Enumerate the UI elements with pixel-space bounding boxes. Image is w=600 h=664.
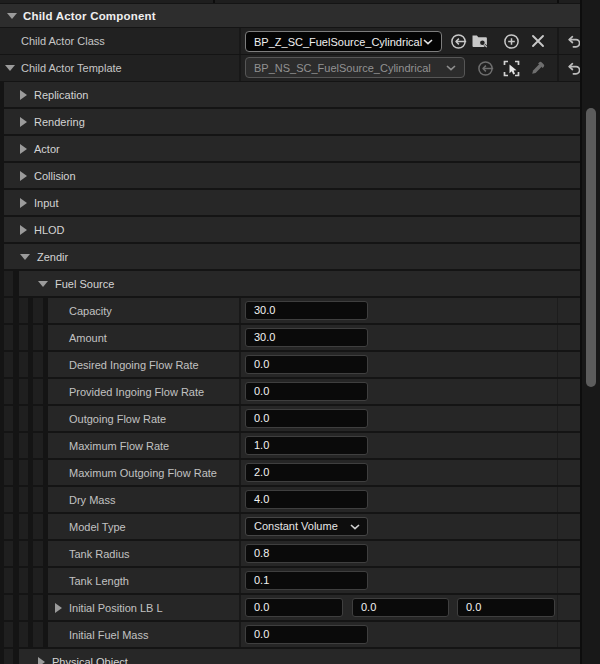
property-label: Dry Mass — [69, 494, 115, 506]
field-value: 0.8 — [246, 545, 367, 562]
initial-fuel-mass-input[interactable]: 0.0 — [245, 625, 368, 644]
property-row-body: Maximum Flow Rate1.0 — [48, 433, 580, 458]
property-label: Initial Position LB L — [69, 602, 163, 614]
category-row-input[interactable]: Input — [4, 190, 580, 215]
category-label: HLOD — [34, 224, 65, 236]
property-label: Amount — [69, 332, 107, 344]
indent-cell — [4, 541, 13, 566]
tank-radius-input[interactable]: 0.8 — [245, 544, 368, 563]
model-type-dropdown[interactable]: Constant Volume — [245, 517, 368, 536]
divider — [557, 55, 559, 81]
dropdown-value: BP_NS_SC_FuelSource_Cylindrical — [254, 62, 431, 74]
category-row-physical-object[interactable]: Physical Object — [19, 649, 580, 664]
category-row-zendir[interactable]: Zendir — [4, 244, 580, 269]
maximum-flow-rate-input[interactable]: 1.0 — [245, 436, 368, 455]
provided-ingoing-flow-rate-input[interactable]: 0.0 — [245, 382, 368, 401]
child-actor-template-dropdown[interactable]: BP_NS_SC_FuelSource_Cylindrical — [245, 57, 465, 78]
initial-position-lb-l-x-input[interactable]: 0.0 — [245, 598, 343, 617]
collapse-arrow-icon — [7, 13, 17, 19]
use-selected-asset-icon[interactable] — [476, 59, 494, 77]
indent-cell — [4, 433, 13, 458]
eyedropper-icon[interactable] — [529, 59, 547, 77]
indent-cell — [4, 487, 13, 512]
divider — [557, 487, 558, 512]
property-label: Maximum Flow Rate — [69, 440, 169, 452]
field-value: 0.0 — [246, 599, 342, 616]
property-row-body: Provided Ingoing Flow Rate0.0 — [48, 379, 580, 404]
divider — [557, 460, 558, 485]
property-row-body: Dry Mass4.0 — [48, 487, 580, 512]
indent-cell — [19, 325, 28, 350]
maximum-outgoing-flow-rate-input[interactable]: 2.0 — [245, 463, 368, 482]
category-label: Input — [34, 197, 58, 209]
chevron-down-icon — [446, 65, 456, 71]
divider — [557, 325, 558, 350]
category-label: Zendir — [37, 251, 68, 263]
property-row-body: Amount30.0 — [48, 325, 580, 350]
initial-position-lb-l-y-input[interactable]: 0.0 — [352, 598, 449, 617]
field-value: 1.0 — [246, 437, 367, 454]
clear-icon[interactable] — [529, 32, 547, 50]
indent-cell — [33, 379, 43, 404]
property-row-tank-length: Tank Length0.1 — [0, 568, 600, 593]
indent-cell — [33, 460, 43, 485]
indent-cell — [4, 379, 13, 404]
category-row-collision[interactable]: Collision — [4, 163, 580, 188]
indent-cell — [19, 379, 28, 404]
category-row-rendering[interactable]: Rendering — [4, 109, 580, 134]
indent-cell — [33, 595, 43, 620]
field-value: 0.0 — [246, 626, 367, 643]
expand-arrow-icon — [20, 171, 27, 181]
field-value: 30.0 — [246, 329, 367, 346]
divider — [239, 487, 241, 512]
amount-input[interactable]: 30.0 — [245, 328, 368, 347]
divider — [239, 568, 241, 593]
divider — [557, 433, 558, 458]
indent-cell — [19, 568, 28, 593]
property-row-body: Tank Length0.1 — [48, 568, 580, 593]
initial-position-lb-l-z-input[interactable]: 0.0 — [457, 598, 555, 617]
category-label: Rendering — [34, 116, 85, 128]
indent-cell — [4, 298, 13, 323]
indent-cell — [19, 514, 28, 539]
field-value: 0.0 — [246, 410, 367, 427]
field-value: 0.0 — [246, 356, 367, 373]
indent-cell — [4, 406, 13, 431]
indent-cell — [19, 595, 28, 620]
expand-arrow-icon[interactable] — [55, 603, 62, 613]
divider — [239, 622, 241, 647]
category-label: Collision — [34, 170, 76, 182]
divider — [557, 595, 558, 620]
property-label: Desired Ingoing Flow Rate — [69, 359, 199, 371]
desired-ingoing-flow-rate-input[interactable]: 0.0 — [245, 355, 368, 374]
indent-cell — [4, 568, 13, 593]
indent-cell — [19, 487, 28, 512]
indent-cell — [33, 325, 43, 350]
property-row-tank-radius: Tank Radius0.8 — [0, 541, 600, 566]
section-header-child-actor-component[interactable]: Child Actor Component — [0, 4, 580, 27]
add-icon[interactable] — [502, 32, 520, 50]
child-actor-class-dropdown[interactable]: BP_Z_SC_FuelSource_Cylindrical — [245, 31, 442, 52]
dry-mass-input[interactable]: 4.0 — [245, 490, 368, 509]
child-actor-template-row[interactable]: Child Actor Template BP_NS_SC_FuelSource… — [0, 55, 580, 81]
child-actor-class-row: Child Actor Class BP_Z_SC_FuelSource_Cyl… — [0, 28, 580, 54]
category-row-actor[interactable]: Actor — [4, 136, 580, 161]
scrollbar[interactable] — [580, 0, 600, 664]
indent-cell — [4, 622, 13, 647]
category-row-replication[interactable]: Replication — [4, 82, 580, 107]
use-selected-asset-icon[interactable] — [449, 32, 467, 50]
pick-actor-icon[interactable] — [502, 59, 520, 77]
divider — [239, 595, 241, 620]
category-row-fuel-source[interactable]: Fuel Source — [19, 271, 580, 296]
field-value: 0.0 — [246, 383, 367, 400]
property-row-body: Model TypeConstant Volume — [48, 514, 580, 539]
scrollbar-thumb[interactable] — [586, 108, 596, 387]
divider — [239, 55, 241, 81]
tank-length-input[interactable]: 0.1 — [245, 571, 368, 590]
outgoing-flow-rate-input[interactable]: 0.0 — [245, 409, 368, 428]
capacity-input[interactable]: 30.0 — [245, 301, 368, 320]
indent-cell — [4, 649, 13, 664]
browse-to-asset-icon[interactable] — [471, 32, 489, 50]
category-row-hlod[interactable]: HLOD — [4, 217, 580, 242]
property-row-initial-position-lb-l: Initial Position LB L0.00.00.0 — [0, 595, 600, 620]
